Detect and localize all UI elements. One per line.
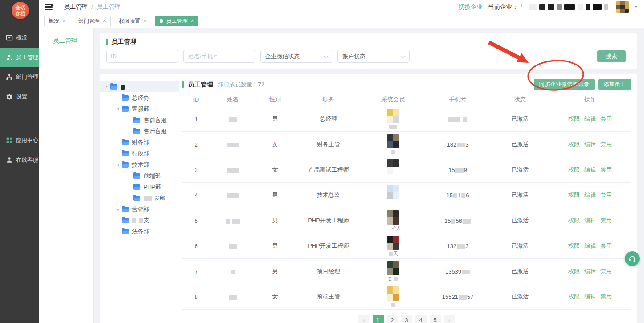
action-disable[interactable]: 禁用 (600, 140, 612, 148)
online-service-fab[interactable] (625, 251, 640, 266)
sync-wechat-contacts-button[interactable]: 同步企业微信通讯录 (534, 79, 595, 90)
tree-node[interactable]: ▸营销部 (100, 204, 179, 215)
collapse-menu-icon[interactable] (45, 4, 53, 10)
name-phone-input[interactable] (183, 50, 255, 63)
action-permission[interactable]: 权限 (568, 115, 580, 123)
tab-close-icon[interactable]: × (144, 18, 147, 24)
page-2[interactable]: 2 (387, 315, 398, 323)
sidebar-item-overview[interactable]: 概况 (0, 28, 39, 48)
action-edit[interactable]: 编辑 (584, 140, 596, 148)
cell-job: 前端主管 (295, 293, 362, 301)
cell-name (210, 141, 255, 148)
tab-close-icon[interactable]: × (103, 18, 106, 24)
action-permission[interactable]: 权限 (568, 140, 580, 148)
cell-member: E (362, 261, 424, 282)
tree-node[interactable]: 售前客服 (100, 114, 179, 126)
account-status-select[interactable]: 账户状态 (337, 50, 410, 63)
action-permission[interactable]: 权限 (568, 293, 580, 301)
caret-down-icon[interactable]: ▾ (115, 106, 122, 111)
table-column-headers: ID姓名性别职务系统会员手机号状态操作 (182, 93, 631, 106)
employee-table-area: 员工管理 部门成员数量：72 同步企业微信通讯录 添加员工 ID姓名性别职务系统… (179, 74, 637, 323)
caret-down-icon[interactable]: ▾ (103, 84, 110, 89)
sidebar-item-settings[interactable]: 设置 (0, 87, 39, 106)
tree-node[interactable]: ▾客服部 (100, 103, 179, 114)
company-name-redaction (539, 4, 545, 10)
pager-next[interactable]: › (444, 315, 455, 323)
breadcrumb-item[interactable]: 员工管理 (64, 3, 88, 11)
action-disable[interactable]: 禁用 (600, 242, 612, 250)
cell-actions: 权限编辑禁用 (549, 293, 631, 301)
cell-actions: 权限编辑禁用 (549, 140, 631, 148)
action-edit[interactable]: 编辑 (584, 191, 596, 199)
tree-node[interactable]: 法务部 (100, 226, 179, 237)
id-input[interactable] (106, 50, 178, 63)
action-permission[interactable]: 权限 (568, 166, 580, 174)
user-avatar[interactable] (616, 1, 629, 13)
sidebar-item-apps[interactable]: 应用中心 (0, 131, 39, 150)
sidebar-item-employees[interactable]: 员工管理 (0, 48, 39, 67)
tree-node[interactable]: 售后客服 (100, 126, 179, 137)
action-edit[interactable]: 编辑 (584, 242, 596, 250)
search-button[interactable]: 搜索 (597, 50, 626, 62)
cell-member (362, 286, 424, 307)
tab-3[interactable]: 权限设置× (115, 16, 151, 26)
tree-node[interactable]: 支 (100, 215, 179, 226)
caret-down-icon[interactable]: ▾ (115, 162, 122, 167)
tree-node[interactable]: ▾ (100, 81, 179, 92)
cell-phone: 13539 (424, 268, 491, 275)
tree-node[interactable]: PHP部 (100, 181, 179, 192)
page-5[interactable]: 5 (430, 315, 441, 323)
action-disable[interactable]: 禁用 (600, 166, 612, 174)
tree-node[interactable]: 总经办 (100, 92, 179, 103)
member-caption (389, 124, 398, 130)
tab-close-icon[interactable]: × (191, 18, 194, 24)
add-employee-button[interactable]: 添加员工 (598, 79, 631, 90)
action-disable[interactable]: 禁用 (600, 267, 612, 275)
status-text: 已激活 (491, 242, 549, 250)
company-name-redaction (557, 4, 562, 10)
action-disable[interactable]: 禁用 (600, 115, 612, 123)
tree-node[interactable]: 前端部 (100, 170, 179, 181)
page-3[interactable]: 3 (401, 315, 412, 323)
caret-right-icon[interactable]: ▸ (115, 207, 122, 212)
table-row: 4男技术总监1516已激活权限编辑禁用 (182, 183, 631, 208)
switch-company-link[interactable]: 切换企业 (459, 3, 483, 11)
action-edit[interactable]: 编辑 (584, 166, 596, 174)
employees-icon (6, 54, 13, 61)
tree-node[interactable]: 行政部 (100, 148, 179, 159)
chevron-down-icon[interactable] (634, 6, 638, 8)
action-edit[interactable]: 编辑 (584, 217, 596, 225)
table-row: 8女前端主管1552157已激活权限编辑禁用 (182, 284, 631, 310)
action-disable[interactable]: 禁用 (600, 293, 612, 301)
action-permission[interactable]: 权限 (568, 267, 580, 275)
company-name-redaction (593, 4, 602, 10)
action-edit[interactable]: 编辑 (584, 115, 596, 123)
tree-node[interactable]: ▾技术部 (100, 159, 179, 170)
action-disable[interactable]: 禁用 (600, 191, 612, 199)
tab-1[interactable]: 概况× (44, 16, 70, 26)
action-edit[interactable]: 编辑 (584, 293, 596, 301)
pager-prev[interactable]: ‹ (358, 315, 369, 323)
action-disable[interactable]: 禁用 (600, 217, 612, 225)
tab-close-icon[interactable]: × (62, 18, 66, 24)
action-permission[interactable]: 权限 (568, 191, 580, 199)
tab-2[interactable]: 部门管理× (74, 16, 111, 26)
tree-node[interactable]: 发部 (100, 192, 179, 204)
sidebar-item-label: 设置 (16, 93, 27, 101)
tree-node-label: 售前客服 (144, 116, 167, 124)
member-avatar (387, 210, 399, 225)
sidebar-item-service[interactable]: 在线客服 (0, 150, 39, 170)
action-permission[interactable]: 权限 (568, 242, 580, 250)
sidebar-item-departments[interactable]: 部门管理 (0, 67, 39, 87)
wechat-status-select[interactable]: 企业微信状态 (260, 50, 332, 63)
page-1[interactable]: 1 (373, 315, 384, 323)
action-permission[interactable]: 权限 (568, 217, 580, 225)
cell-actions: 权限编辑禁用 (549, 166, 631, 174)
tree-node-label: 发部 (144, 194, 166, 202)
action-edit[interactable]: 编辑 (584, 267, 596, 275)
tab-4[interactable]: 员工管理× (155, 16, 198, 26)
page-4[interactable]: 4 (415, 315, 427, 323)
subnav-item-employees[interactable]: 员工管理 (53, 37, 93, 45)
title-accent-bar (106, 39, 108, 45)
tree-node[interactable]: 财务部 (100, 137, 179, 148)
